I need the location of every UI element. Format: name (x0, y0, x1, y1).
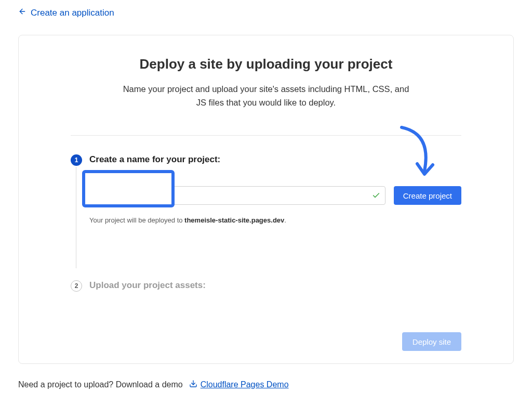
step-2-title: Upload your project assets: (89, 280, 461, 291)
step-1-badge: 1 (71, 154, 82, 166)
create-project-button[interactable]: Create project (394, 186, 461, 205)
back-link[interactable]: Create an application (0, 0, 532, 24)
divider (71, 135, 461, 136)
deploy-card: Deploy a site by uploading your project … (18, 35, 514, 364)
project-name-input[interactable] (89, 186, 385, 205)
arrow-left-icon (18, 7, 26, 18)
card-subtitle: Name your project and upload your site's… (121, 83, 411, 109)
footer-prompt: Need a project to upload? Download a dem… (18, 380, 183, 389)
footer: Need a project to upload? Download a dem… (0, 364, 532, 400)
step-connector (76, 167, 76, 268)
helper-domain: themeisle-static-site.pages.dev (184, 216, 284, 224)
demo-download-link[interactable]: Cloudflare Pages Demo (189, 380, 289, 390)
step-2: 2 Upload your project assets: (71, 280, 461, 291)
project-name-label: Project name (89, 174, 461, 182)
demo-link-label: Cloudflare Pages Demo (201, 380, 289, 389)
helper-suffix: . (284, 216, 286, 224)
step-1-title: Create a name for your project: (89, 154, 461, 165)
deploy-url-helper: Your project will be deployed to themeis… (89, 216, 461, 224)
card-title: Deploy a site by uploading your project (50, 56, 482, 72)
step-2-badge: 2 (71, 280, 82, 292)
back-link-label: Create an application (31, 8, 114, 18)
step-1: 1 Create a name for your project: Projec… (71, 154, 461, 224)
check-icon (372, 191, 380, 200)
download-icon (189, 380, 197, 390)
deploy-site-button[interactable]: Deploy site (402, 332, 461, 351)
helper-prefix: Your project will be deployed to (89, 216, 184, 224)
